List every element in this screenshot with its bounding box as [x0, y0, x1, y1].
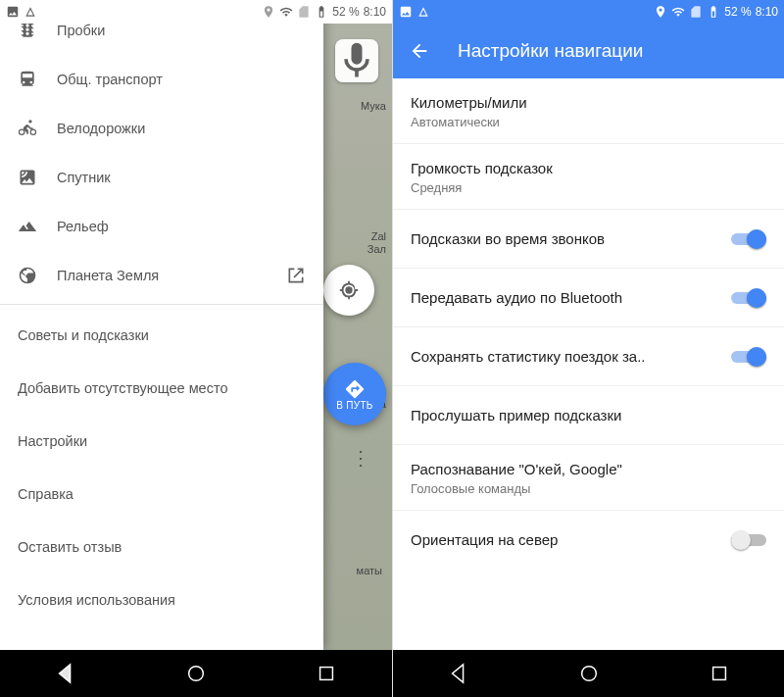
clock-time: 8:10 [364, 5, 386, 19]
drawer-link-feedback[interactable]: Оставить отзыв [0, 521, 323, 573]
drawer-item-label: Пробки [57, 23, 306, 38]
start-route-fab[interactable]: В ПУТЬ [323, 363, 386, 425]
settings-row-title: Передавать аудио по Bluetooth [411, 287, 731, 308]
status-bar: 52 % 8:10 [0, 0, 392, 24]
nav-home-button[interactable] [560, 650, 618, 697]
mic-icon [335, 39, 378, 82]
drawer-link-label: Оставить отзыв [18, 539, 122, 555]
voice-search-button[interactable] [335, 39, 378, 82]
settings-row[interactable]: Сохранять статистику поездок за.. [393, 326, 784, 385]
start-route-label: В ПУТЬ [336, 400, 372, 411]
toggle-switch[interactable] [731, 229, 766, 249]
arrow-back-icon [409, 40, 430, 62]
settings-row[interactable]: Распознавание "О'кей, Google"Голосовые к… [393, 444, 784, 510]
transit-icon [18, 70, 57, 89]
svg-rect-3 [712, 668, 725, 680]
bike-icon [18, 119, 57, 138]
image-notification-icon [399, 5, 413, 19]
svg-point-0 [189, 667, 204, 681]
drawer-link-label: Справка [18, 486, 74, 502]
phone-right: 52 % 8:10 Настройки навигации Километры/… [392, 0, 784, 697]
phone-left: Мука Zal Зал Дева Deva маты В ПУТЬ ⋮ Про… [0, 0, 392, 697]
settings-row[interactable]: Подсказки во время звонков [393, 209, 784, 268]
svg-rect-1 [320, 668, 333, 680]
settings-row[interactable]: Громкость подсказокСредняя [393, 143, 784, 209]
drawer-item-label: Спутник [57, 170, 306, 185]
earth-icon [18, 266, 57, 285]
settings-row-subtitle: Голосовые команды [411, 481, 766, 496]
drawer-link-label: Советы и подсказки [18, 327, 149, 343]
terrain-icon [18, 217, 57, 236]
settings-row[interactable]: Прослушать пример подсказки [393, 385, 784, 444]
my-location-fab[interactable] [323, 265, 374, 316]
sim-icon [297, 5, 311, 19]
wifi-icon [671, 5, 685, 19]
directions-icon [344, 378, 366, 400]
crosshair-icon [338, 279, 360, 301]
settings-row-title: Сохранять статистику поездок за.. [411, 346, 731, 367]
app-notification-icon [24, 5, 37, 19]
nav-recents-button[interactable] [297, 650, 356, 697]
drawer-link-label: Условия использования [18, 592, 175, 608]
settings-list[interactable]: Километры/милиАвтоматическиГромкость под… [393, 78, 784, 650]
app-bar: Настройки навигации [393, 24, 784, 78]
settings-row-title: Прослушать пример подсказки [411, 405, 766, 425]
clock-time: 8:10 [756, 5, 778, 19]
status-bar: 52 % 8:10 [393, 0, 784, 24]
toggle-switch[interactable] [731, 530, 766, 550]
system-navbar [0, 650, 392, 697]
settings-row-subtitle: Средняя [411, 180, 766, 195]
settings-row-subtitle: Автоматически [411, 115, 766, 129]
battery-percent: 52 % [724, 5, 751, 19]
satellite-icon [18, 168, 57, 187]
settings-row[interactable]: Ориентация на север [393, 510, 784, 569]
open-external-icon [282, 266, 306, 285]
settings-row-title: Распознавание "О'кей, Google" [411, 459, 766, 479]
battery-icon [707, 5, 720, 19]
app-notification-icon [416, 5, 430, 19]
svg-point-2 [581, 667, 596, 681]
drawer-link-add-place[interactable]: Добавить отсутствующее место [0, 362, 323, 415]
nav-home-button[interactable] [167, 650, 225, 697]
map-place-label: Zal [371, 230, 386, 242]
battery-icon [315, 5, 328, 19]
settings-row[interactable]: Передавать аудио по Bluetooth [393, 268, 784, 326]
location-icon [262, 5, 275, 19]
page-title: Настройки навигации [458, 40, 643, 62]
sim-icon [689, 5, 703, 19]
drawer-link-settings[interactable]: Настройки [0, 415, 323, 468]
battery-percent: 52 % [332, 5, 359, 19]
more-options-button[interactable]: ⋮ [351, 446, 368, 470]
image-notification-icon [6, 5, 20, 19]
nav-back-button[interactable] [429, 650, 488, 697]
drawer-item-cycling[interactable]: Велодорожки [0, 104, 323, 153]
settings-row-title: Подсказки во время звонков [411, 228, 731, 249]
divider [0, 304, 323, 305]
drawer-item-label: Рельеф [57, 219, 306, 234]
nav-back-button[interactable] [36, 650, 95, 697]
drawer-link-help[interactable]: Справка [0, 468, 323, 521]
toggle-switch[interactable] [731, 347, 766, 367]
drawer-item-transit[interactable]: Общ. транспорт [0, 55, 323, 104]
drawer-link-tips[interactable]: Советы и подсказки [0, 309, 323, 362]
drawer-item-label: Планета Земля [57, 268, 282, 283]
drawer-link-terms[interactable]: Условия использования [0, 573, 323, 626]
wifi-icon [279, 5, 293, 19]
toggle-switch[interactable] [731, 288, 766, 308]
drawer-item-earth[interactable]: Планета Земля [0, 251, 323, 300]
traffic-icon [18, 21, 57, 40]
drawer-item-terrain[interactable]: Рельеф [0, 202, 323, 251]
map-place-label: маты [357, 565, 382, 576]
location-icon [654, 5, 667, 19]
drawer-item-label: Общ. транспорт [57, 72, 306, 87]
drawer-list: Пробки Общ. транспорт Велодорожки Спутни… [0, 0, 323, 626]
drawer-link-label: Добавить отсутствующее место [18, 380, 227, 396]
drawer-link-label: Настройки [18, 433, 87, 449]
nav-recents-button[interactable] [690, 650, 749, 697]
map-place-label: Зал [368, 243, 386, 255]
settings-row-title: Километры/мили [411, 92, 766, 113]
back-button[interactable] [409, 40, 430, 62]
navigation-drawer: Пробки Общ. транспорт Велодорожки Спутни… [0, 0, 323, 650]
settings-row[interactable]: Километры/милиАвтоматически [393, 78, 784, 143]
drawer-item-satellite[interactable]: Спутник [0, 153, 323, 202]
